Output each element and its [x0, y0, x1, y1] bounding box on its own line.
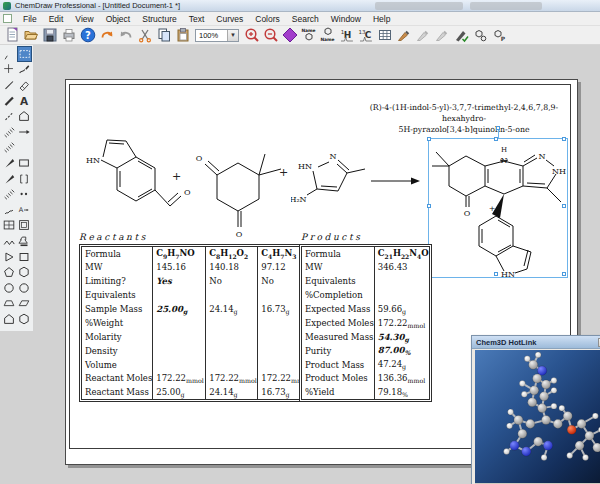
menu-item-search[interactable]: Search: [286, 12, 325, 26]
cyclohexane-chair2-tool[interactable]: [17, 296, 33, 312]
table-cell[interactable]: 24.14g: [206, 385, 258, 399]
menu-item-window[interactable]: Window: [325, 12, 367, 26]
reaction-arrow[interactable]: [369, 173, 421, 191]
eraser-tool[interactable]: [17, 77, 33, 93]
zoom-out-button[interactable]: [261, 27, 280, 44]
new-document-button[interactable]: [2, 27, 21, 44]
rotation-handle[interactable]: [496, 126, 500, 130]
apply-style-1-button[interactable]: [394, 27, 413, 44]
query-dots-tool[interactable]: [17, 186, 33, 202]
bold-bond-tool[interactable]: [1, 93, 17, 109]
paste-button[interactable]: [173, 27, 192, 44]
tlc-plate-tool[interactable]: [17, 218, 33, 234]
predict-1h-nmr-button[interactable]: 1H: [337, 27, 356, 44]
check-structure-button[interactable]: [451, 27, 470, 44]
bracket-tool[interactable]: [17, 171, 33, 187]
products-table[interactable]: FormulaC21H22N4OMW346.43Equivalents%Comp…: [299, 244, 432, 402]
zoom-dropdown-arrow-icon[interactable]: ▼: [227, 30, 238, 41]
table-cell[interactable]: C8H12O2: [206, 247, 258, 261]
table-cell[interactable]: No: [206, 274, 258, 288]
table-cell[interactable]: 25.00g: [153, 302, 206, 316]
menu-item-text[interactable]: Text: [183, 12, 211, 26]
acyclic-chain-tool[interactable]: [1, 233, 17, 249]
menu-item-structure[interactable]: Structure: [136, 12, 183, 26]
cyclopentadiene-ring-tool[interactable]: [1, 311, 17, 327]
cyclobutane-ring-tool[interactable]: [17, 249, 33, 265]
orbital-tool[interactable]: [17, 140, 33, 156]
wedged-bond-tool[interactable]: [1, 155, 17, 171]
cut-button[interactable]: [135, 27, 154, 44]
table-cell[interactable]: [206, 358, 258, 372]
table-cell[interactable]: 87.00%: [374, 344, 429, 358]
table-cell[interactable]: 79.18%: [374, 385, 429, 399]
table-cell[interactable]: 145.16: [153, 260, 206, 274]
marquee-tool[interactable]: [17, 46, 33, 62]
dashed-bond-tool[interactable]: [1, 108, 17, 124]
chem3d-viewport[interactable]: [475, 350, 600, 483]
stamp-tool[interactable]: [17, 233, 33, 249]
structure-product[interactable]: H N N NH O HN +: [428, 138, 568, 280]
lasso-tool[interactable]: [1, 46, 17, 62]
undo-button[interactable]: [97, 27, 116, 44]
table-cell[interactable]: 54.30g: [374, 330, 429, 344]
wedged-hash-bond-tool[interactable]: [1, 171, 17, 187]
rectangle-tool[interactable]: [17, 155, 33, 171]
benzene-ring-tool[interactable]: [1, 280, 17, 296]
table-cell[interactable]: [153, 344, 206, 358]
table-cell[interactable]: [153, 330, 206, 344]
chemdraw-clean-up-button[interactable]: [280, 27, 299, 44]
cyclohexane-ring-tool[interactable]: [17, 264, 33, 280]
table-cell[interactable]: [153, 358, 206, 372]
table-cell[interactable]: [206, 330, 258, 344]
dative-bond-tool[interactable]: [1, 186, 17, 202]
ring-template-2-button[interactable]: P: [489, 27, 508, 44]
table-cell[interactable]: 136.36mmol: [374, 372, 429, 386]
solid-bond-tool[interactable]: [1, 77, 17, 93]
cyclohexane-chair1-tool[interactable]: [1, 296, 17, 312]
menu-item-file[interactable]: File: [17, 12, 43, 26]
name-to-structure-button[interactable]: Name: [299, 27, 318, 44]
table-cell[interactable]: 24.14g: [206, 302, 258, 316]
apply-style-2-button[interactable]: [413, 27, 432, 44]
structure-perspective-tool[interactable]: [1, 62, 17, 78]
copy-button[interactable]: [154, 27, 173, 44]
table-cell[interactable]: 172.22mmol: [206, 372, 258, 386]
ring-template-1-button[interactable]: [470, 27, 489, 44]
zoom-level-select[interactable]: 100%▼: [195, 29, 239, 42]
table-tool[interactable]: [1, 218, 17, 234]
drawing-pencil-tool[interactable]: [17, 62, 33, 78]
table-cell[interactable]: 59.66g: [374, 302, 429, 316]
hashed-bond-tool[interactable]: [1, 124, 17, 140]
table-cell[interactable]: [206, 288, 258, 302]
table-cell[interactable]: Yes: [153, 274, 206, 288]
menu-item-colors[interactable]: Colors: [249, 12, 286, 26]
menu-item-edit[interactable]: Edit: [43, 12, 70, 26]
cyclopentane-ring-tool[interactable]: [1, 264, 17, 280]
save-document-button[interactable]: [40, 27, 59, 44]
table-cell[interactable]: [374, 274, 429, 288]
reactants-table[interactable]: FormulaC9H7NOC8H12O2C4H7N3MW145.16140.18…: [79, 244, 312, 402]
text-tool[interactable]: A: [17, 93, 33, 109]
menu-item-curves[interactable]: Curves: [210, 12, 249, 26]
drawing-canvas[interactable]: HN O + O O +: [33, 45, 600, 484]
cycloheptane-ring-tool[interactable]: [17, 311, 33, 327]
menu-item-view[interactable]: View: [69, 12, 99, 26]
table-cell[interactable]: 25.00g: [153, 385, 206, 399]
table-cell[interactable]: 140.18: [206, 260, 258, 274]
table-cell[interactable]: 346.43: [374, 260, 429, 274]
table-cell[interactable]: [206, 344, 258, 358]
cyclopropane-ring-tool[interactable]: [1, 249, 17, 265]
menu-item-help[interactable]: Help: [367, 12, 396, 26]
table-cell[interactable]: [206, 316, 258, 330]
apply-style-3-button[interactable]: [432, 27, 451, 44]
atom-to-atom-tool[interactable]: A: [17, 202, 33, 218]
table-cell[interactable]: C21H22N4O: [374, 247, 429, 261]
predict-13c-nmr-button[interactable]: 13C: [356, 27, 375, 44]
aromatic-ring-tool[interactable]: [17, 280, 33, 296]
table-cell[interactable]: 172.22mmol: [153, 372, 206, 386]
print-button[interactable]: [59, 27, 78, 44]
redo-button[interactable]: [116, 27, 135, 44]
table-cell[interactable]: [374, 288, 429, 302]
wavy-bond-tool[interactable]: [1, 202, 17, 218]
help-button[interactable]: ?: [78, 27, 97, 44]
